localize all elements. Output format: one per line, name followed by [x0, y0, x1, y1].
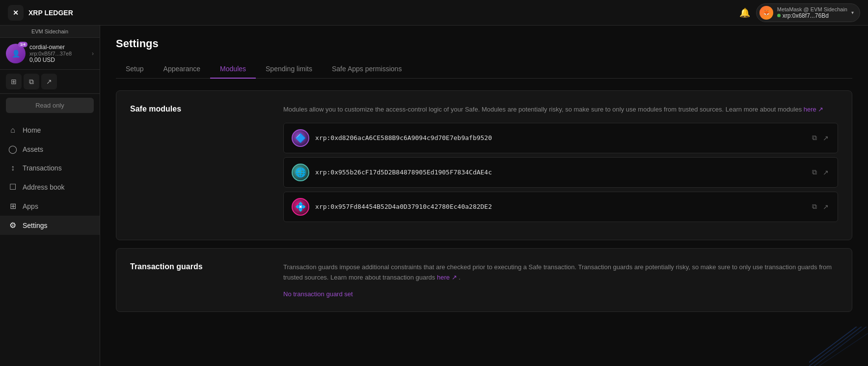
- safe-modules-layout: Safe modules Modules allow you to custom…: [130, 105, 838, 226]
- module-actions-2: ⧉ ↗: [811, 167, 830, 177]
- wallet-avatar: 🦊: [760, 6, 773, 20]
- bell-icon[interactable]: 🔔: [739, 7, 750, 18]
- sidebar: EVM Sidechain 👤 1/4 cordial-owner xrp:0x…: [0, 26, 100, 366]
- wallet-network: MetaMask @ EVM Sidechain: [777, 6, 847, 12]
- home-icon: ⌂: [8, 126, 18, 135]
- sidebar-item-apps-label: Apps: [23, 202, 38, 210]
- safe-modules-here-link[interactable]: here ↗: [804, 106, 824, 113]
- assets-icon: ◯: [8, 144, 18, 154]
- sidebar-item-home[interactable]: ⌂ Home: [0, 121, 100, 140]
- sidebar-icons: ⊞ ⧉ ↗: [0, 70, 100, 94]
- no-transaction-guard: No transaction guard set: [283, 290, 838, 298]
- tab-safe-apps[interactable]: Safe Apps permissions: [322, 60, 411, 79]
- module-actions-3: ⧉ ↗: [811, 201, 830, 212]
- wallet-info: MetaMask @ EVM Sidechain xrp:0x68f7...76…: [777, 6, 847, 19]
- sidebar-item-assets-label: Assets: [23, 145, 43, 153]
- sidebar-item-transactions[interactable]: ↕ Transactions: [0, 159, 100, 177]
- safe-modules-title: Safe modules: [130, 105, 268, 113]
- external-link-icon-btn[interactable]: ↗: [41, 74, 57, 89]
- read-only-badge: Read only: [6, 98, 94, 113]
- safe-modules-desc: Modules allow you to customize the acces…: [283, 105, 838, 115]
- address-book-icon: ☐: [8, 182, 18, 192]
- safe-modules-content: Modules allow you to customize the acces…: [283, 105, 838, 226]
- module-avatar-1: 🔷: [292, 129, 309, 147]
- module-external-btn-1[interactable]: ↗: [822, 133, 830, 143]
- module-copy-btn-1[interactable]: ⧉: [811, 133, 818, 143]
- sidebar-item-home-label: Home: [23, 126, 41, 134]
- account-balance: 0,00 USD: [29, 56, 88, 63]
- apps-icon: ⊞: [8, 201, 18, 211]
- account-name: cordial-owner: [29, 44, 88, 51]
- page-title: Settings: [116, 37, 852, 50]
- module-item-1: 🔷 xrp:0xd8206acA6CE588B9c6A9094c9d70E7eb…: [283, 123, 838, 153]
- module-item-3: 💠 xrp:0x957Fd84454B52D4a0D37910c42780Ec4…: [283, 192, 838, 222]
- grid-icon-btn[interactable]: ⊞: [6, 74, 22, 89]
- account-chevron-icon: ›: [92, 50, 94, 57]
- tab-setup[interactable]: Setup: [116, 60, 154, 79]
- transaction-guards-layout: Transaction guards Transaction guards im…: [130, 262, 838, 298]
- tab-appearance[interactable]: Appearance: [154, 60, 211, 79]
- sidebar-item-settings-label: Settings: [23, 222, 48, 229]
- module-external-btn-2[interactable]: ↗: [822, 167, 830, 177]
- account-info: cordial-owner xrp:0xB5f7...37e8 0,00 USD: [29, 44, 88, 63]
- logo-icon: ✕: [8, 5, 24, 21]
- sidebar-item-address-book-label: Address book: [23, 183, 65, 191]
- module-avatar-3: 💠: [292, 198, 309, 216]
- module-address-2: xrp:0x955b26cF17d5D2B84878905Ed1905F7834…: [315, 169, 805, 176]
- module-copy-btn-3[interactable]: ⧉: [811, 201, 818, 212]
- sidebar-item-apps[interactable]: ⊞ Apps: [0, 197, 100, 216]
- transaction-guards-section: Transaction guards Transaction guards im…: [116, 248, 852, 312]
- transaction-guards-here-link[interactable]: here ↗: [437, 274, 457, 281]
- sidebar-item-settings[interactable]: ⚙ Settings: [0, 216, 100, 235]
- topbar-left: ✕ XRP LEDGER: [8, 5, 73, 21]
- wallet-address: xrp:0x68f7...76Bd: [777, 12, 847, 19]
- module-actions-1: ⧉ ↗: [811, 133, 830, 143]
- transaction-guards-content: Transaction guards impose additional con…: [283, 262, 838, 298]
- module-address-1: xrp:0xd8206acA6CE588B9c6A9094c9d70E7eb9a…: [315, 134, 805, 141]
- safe-modules-title-col: Safe modules: [130, 105, 268, 226]
- account-avatar-wrap: 👤 1/4: [6, 44, 26, 63]
- module-copy-btn-2[interactable]: ⧉: [811, 167, 818, 177]
- module-address-3: xrp:0x957Fd84454B52D4a0D37910c42780Ec40a…: [315, 203, 805, 210]
- module-avatar-2: 🌐: [292, 164, 309, 181]
- transaction-guards-title-col: Transaction guards: [130, 262, 268, 298]
- tab-modules[interactable]: Modules: [210, 60, 256, 79]
- settings-icon: ⚙: [8, 221, 18, 230]
- module-external-btn-3[interactable]: ↗: [822, 201, 830, 212]
- transaction-guards-desc: Transaction guards impose additional con…: [283, 262, 838, 283]
- account-badge: 1/4: [18, 42, 27, 47]
- copy-icon-btn[interactable]: ⧉: [24, 74, 39, 89]
- chevron-down-icon: ▾: [851, 10, 854, 15]
- topbar: ✕ XRP LEDGER 🔔 🦊 MetaMask @ EVM Sidechai…: [0, 0, 868, 26]
- topbar-title: XRP LEDGER: [28, 9, 73, 17]
- topbar-right: 🔔 🦊 MetaMask @ EVM Sidechain xrp:0x68f7.…: [739, 3, 860, 22]
- content: Settings Setup Appearance Modules Spendi…: [100, 26, 868, 366]
- sidebar-item-assets[interactable]: ◯ Assets: [0, 140, 100, 159]
- main-layout: EVM Sidechain 👤 1/4 cordial-owner xrp:0x…: [0, 26, 868, 366]
- wallet-dot: [777, 14, 781, 17]
- sidebar-item-address-book[interactable]: ☐ Address book: [0, 177, 100, 197]
- transactions-icon: ↕: [8, 164, 18, 172]
- transaction-guards-title: Transaction guards: [130, 262, 268, 271]
- account-address: xrp:0xB5f7...37e8: [29, 51, 88, 56]
- tabs: Setup Appearance Modules Spending limits…: [116, 60, 852, 79]
- nav-items: ⌂ Home ◯ Assets ↕ Transactions ☐ Address…: [0, 117, 100, 366]
- tab-spending-limits[interactable]: Spending limits: [256, 60, 322, 79]
- safe-modules-section: Safe modules Modules allow you to custom…: [116, 90, 852, 240]
- network-badge: EVM Sidechain: [0, 26, 100, 38]
- module-item-2: 🌐 xrp:0x955b26cF17d5D2B84878905Ed1905F78…: [283, 157, 838, 188]
- account-section[interactable]: 👤 1/4 cordial-owner xrp:0xB5f7...37e8 0,…: [0, 38, 100, 70]
- wallet-pill[interactable]: 🦊 MetaMask @ EVM Sidechain xrp:0x68f7...…: [756, 3, 860, 22]
- sidebar-item-transactions-label: Transactions: [23, 164, 62, 172]
